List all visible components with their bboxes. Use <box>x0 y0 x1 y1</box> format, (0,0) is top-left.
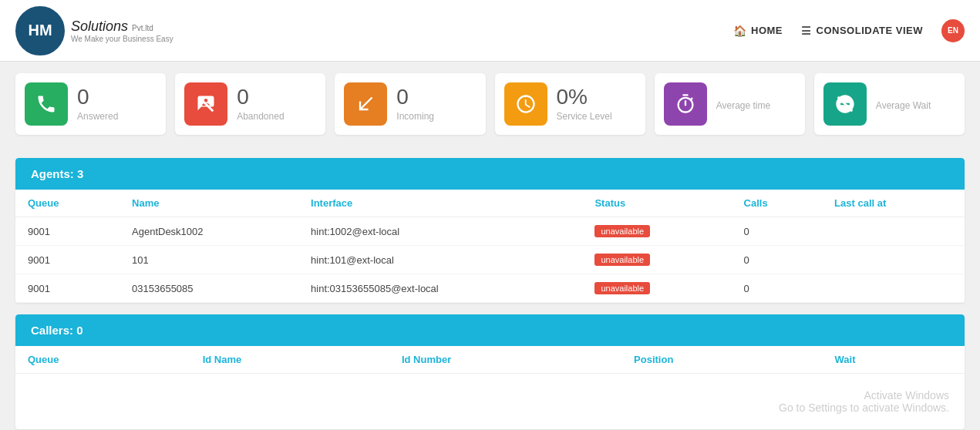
caller-col-wait: Wait <box>823 346 965 374</box>
service-level-value: 0% <box>557 86 612 108</box>
tagline: We Make your Business Easy <box>71 35 173 43</box>
average-wait-icon <box>823 82 867 126</box>
watermark: Activate Windows Go to Settings to activ… <box>15 374 965 429</box>
home-icon: 🏠 <box>733 25 747 37</box>
agent-queue: 9001 <box>15 274 120 303</box>
agent-queue: 9001 <box>15 246 120 274</box>
agent-calls: 0 <box>732 274 823 303</box>
agent-name: 03153655085 <box>120 274 298 303</box>
logo-area: HM Solutions Pvt.ltd We Make your Busine… <box>15 6 173 55</box>
table-row: 9001 03153655085 hint:03153655085@ext-lo… <box>15 274 965 303</box>
incoming-value: 0 <box>396 86 434 108</box>
agent-interface: hint:101@ext-local <box>298 246 582 274</box>
metric-incoming: 0 Incoming <box>335 73 485 135</box>
answered-icon <box>25 82 68 126</box>
status-badge: unavailable <box>594 254 650 266</box>
agent-last-call <box>822 217 965 246</box>
logo-circle: HM <box>15 6 65 55</box>
callers-panel: Callers: 0 Queue Id Name Id Number Posit… <box>15 314 965 429</box>
metric-abandoned: 0 Abandoned <box>175 73 325 135</box>
brand-name: Solutions Pvt.ltd <box>71 18 153 34</box>
incoming-icon <box>344 82 387 126</box>
agent-calls: 0 <box>732 246 823 274</box>
col-calls: Calls <box>732 190 823 217</box>
abandoned-icon <box>184 82 227 126</box>
metrics-bar: 0 Answered 0 Abandoned 0 Incoming <box>0 62 980 146</box>
col-queue: Queue <box>15 190 120 217</box>
abandoned-label: Abandoned <box>237 111 284 122</box>
caller-col-idname: Id Name <box>190 346 389 374</box>
agent-status: unavailable <box>582 217 731 246</box>
agent-interface: hint:1002@ext-local <box>298 217 582 246</box>
metric-average-time: Average time <box>655 73 805 135</box>
abandoned-value: 0 <box>237 86 284 108</box>
agent-name: 101 <box>120 246 298 274</box>
caller-col-queue: Queue <box>15 346 190 374</box>
agents-panel: Agents: 3 Queue Name Interface Status Ca… <box>15 158 965 303</box>
answered-label: Answered <box>77 111 118 122</box>
caller-col-position: Position <box>621 346 822 374</box>
col-name: Name <box>120 190 298 217</box>
answered-value: 0 <box>77 86 118 108</box>
average-time-icon <box>664 82 707 126</box>
logo-text: Solutions Pvt.ltd We Make your Business … <box>71 18 173 43</box>
col-last-call: Last call at <box>822 190 965 217</box>
agent-queue: 9001 <box>15 217 120 246</box>
status-badge: unavailable <box>594 282 650 294</box>
table-row: 9001 101 hint:101@ext-local unavailable … <box>15 246 965 274</box>
agent-calls: 0 <box>732 217 823 246</box>
col-status: Status <box>582 190 731 217</box>
metric-average-wait: Average Wait <box>814 73 965 135</box>
caller-col-idnumber: Id Number <box>389 346 621 374</box>
agent-name: AgentDesk1002 <box>120 217 298 246</box>
agent-status: unavailable <box>582 274 731 303</box>
agents-table: Queue Name Interface Status Calls Last c… <box>15 190 965 303</box>
metric-service-level: 0% Service Level <box>495 73 645 135</box>
callers-table: Queue Id Name Id Number Position Wait <box>15 346 965 374</box>
consolidate-icon: ☰ <box>801 25 812 37</box>
metric-answered: 0 Answered <box>15 73 166 135</box>
agents-header: Agents: 3 <box>15 158 965 190</box>
average-wait-label: Average Wait <box>876 100 931 111</box>
agent-interface: hint:03153655085@ext-local <box>298 274 582 303</box>
incoming-label: Incoming <box>396 111 434 122</box>
service-level-label: Service Level <box>557 111 612 122</box>
average-time-label: Average time <box>716 100 770 111</box>
agent-status: unavailable <box>582 246 731 274</box>
agent-last-call <box>822 274 965 303</box>
lang-badge[interactable]: EN <box>941 19 965 42</box>
nav-links: 🏠 HOME ☰ CONSOLIDATE VIEW EN <box>733 19 965 42</box>
nav-home[interactable]: 🏠 HOME <box>733 25 783 37</box>
table-row: 9001 AgentDesk1002 hint:1002@ext-local u… <box>15 217 965 246</box>
callers-header: Callers: 0 <box>15 314 965 346</box>
status-badge: unavailable <box>594 225 650 237</box>
agent-last-call <box>822 246 965 274</box>
col-interface: Interface <box>298 190 582 217</box>
service-level-icon <box>504 82 547 126</box>
header: HM Solutions Pvt.ltd We Make your Busine… <box>0 0 980 62</box>
nav-consolidate[interactable]: ☰ CONSOLIDATE VIEW <box>801 25 923 37</box>
